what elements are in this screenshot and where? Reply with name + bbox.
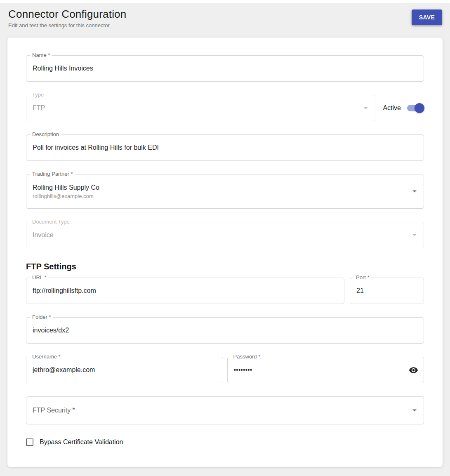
- folder-field-value: invoices/dx2: [33, 326, 69, 335]
- port-field-value: 21: [356, 287, 364, 295]
- password-field-label: Password *: [231, 353, 263, 360]
- save-button[interactable]: SAVE: [412, 9, 442, 25]
- trading-partner-select[interactable]: Trading Partner * Rolling Hills Supply C…: [26, 174, 424, 209]
- port-field[interactable]: Port * 21: [350, 278, 424, 304]
- bypass-cert-checkbox[interactable]: [26, 438, 33, 446]
- type-select: Type FTP: [26, 95, 375, 121]
- folder-field[interactable]: Folder * invoices/dx2: [26, 317, 424, 344]
- document-type-select: Document Type Invoice: [26, 222, 424, 248]
- url-field-label: URL *: [30, 274, 48, 281]
- type-select-value: FTP: [33, 104, 45, 112]
- port-field-label: Port *: [354, 274, 372, 281]
- description-field-value: Poll for invoices at Rolling Hills for b…: [33, 144, 159, 152]
- name-field[interactable]: Name * Rolling Hills Invoices: [26, 55, 424, 82]
- ftp-security-select[interactable]: FTP Security *: [26, 396, 424, 424]
- visibility-icon[interactable]: [408, 365, 419, 375]
- url-field-value: ftp://rollinghillsftp.com: [33, 287, 96, 295]
- password-field-value: ••••••••: [234, 366, 252, 374]
- document-type-value: Invoice: [33, 231, 54, 239]
- bypass-cert-label: Bypass Certificate Validation: [40, 438, 123, 446]
- trading-partner-value: Rolling Hills Supply Co: [33, 184, 99, 192]
- url-field[interactable]: URL * ftp://rollinghillsftp.com: [26, 278, 344, 304]
- chevron-down-icon: [412, 191, 417, 193]
- top-strip: [0, 0, 450, 3]
- chevron-down-icon: [364, 107, 368, 109]
- connector-config-card: Name * Rolling Hills Invoices Type FTP A…: [7, 38, 443, 467]
- active-label: Active: [383, 104, 401, 112]
- chevron-down-icon: [412, 410, 417, 412]
- name-field-label: Name *: [30, 52, 52, 59]
- active-toggle[interactable]: [407, 103, 424, 113]
- username-field-value: jethro@example.com: [33, 366, 95, 374]
- trading-partner-email: rollinghills@example.com: [33, 193, 99, 200]
- ftp-security-placeholder: FTP Security *: [33, 406, 75, 415]
- username-field[interactable]: Username * jethro@example.com: [26, 357, 223, 383]
- ftp-settings-section-title: FTP Settings: [26, 262, 424, 271]
- page-title: Connector Configuration: [8, 7, 442, 21]
- folder-field-label: Folder *: [30, 314, 53, 320]
- description-field[interactable]: Description Poll for invoices at Rolling…: [26, 134, 424, 161]
- document-type-label: Document Type: [30, 219, 72, 225]
- type-select-label: Type: [30, 92, 46, 98]
- page-header: Connector Configuration Edit and test th…: [0, 3, 450, 38]
- bypass-cert-row: Bypass Certificate Validation: [26, 438, 424, 446]
- description-field-label: Description: [30, 131, 61, 138]
- username-field-label: Username *: [30, 353, 63, 360]
- trading-partner-label: Trading Partner *: [30, 171, 75, 177]
- chevron-down-icon: [412, 234, 417, 236]
- toggle-thumb: [415, 103, 424, 113]
- active-toggle-group: Active: [383, 95, 424, 121]
- name-field-value: Rolling Hills Invoices: [33, 64, 93, 73]
- page-subtitle: Edit and test the settings for this conn…: [8, 22, 442, 28]
- password-field[interactable]: Password * ••••••••: [227, 357, 424, 383]
